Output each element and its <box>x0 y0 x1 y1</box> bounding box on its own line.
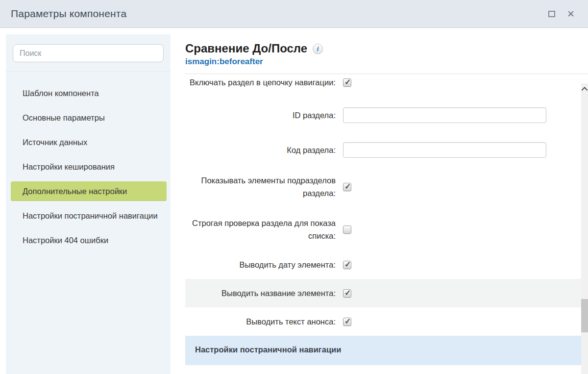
window-controls: ✕ <box>547 9 588 18</box>
close-button[interactable]: ✕ <box>566 9 575 18</box>
sidebar-item-component-template[interactable]: Шаблон компонента <box>11 83 167 103</box>
section-id-input[interactable] <box>343 107 546 123</box>
component-title: Сравнение До/После <box>185 42 307 55</box>
field-label: Строгая проверка раздела для показа спис… <box>185 217 336 242</box>
sidebar-item-cache-settings[interactable]: Настройки кеширования <box>11 157 167 176</box>
sidebar-menu: Шаблон компонента Основные параметры Ист… <box>6 72 171 250</box>
field-label: Выводить название элемента: <box>185 287 336 299</box>
show-subsections-checkbox[interactable] <box>343 183 351 191</box>
field-label: Выводить текст анонса: <box>185 315 336 328</box>
dialog-title: Параметры компонента <box>0 8 126 20</box>
component-header: Сравнение До/После i ismagin:beforeafter <box>185 28 588 74</box>
form-row-show-subsections: Показывать элементы подразделов раздела: <box>185 165 588 208</box>
maximize-button[interactable] <box>547 9 556 18</box>
maximize-icon <box>548 11 555 17</box>
show-name-checkbox[interactable] <box>343 289 351 298</box>
form-row-include-chain: Включать раздел в цепочку навигации: <box>185 74 588 96</box>
field-label: Выводить дату элемента: <box>185 258 336 271</box>
sidebar-item-main-params[interactable]: Основные параметры <box>11 108 167 127</box>
strict-check-checkbox[interactable] <box>343 225 351 234</box>
show-preview-text-checkbox[interactable] <box>343 318 351 326</box>
close-icon: ✕ <box>567 9 575 19</box>
sidebar-search <box>6 34 171 72</box>
form-row-show-name: Выводить название элемента: <box>185 279 588 307</box>
sidebar-item-data-source[interactable]: Источник данных <box>11 132 167 152</box>
settings-form: Включать раздел в цепочку навигации: ID … <box>185 74 588 365</box>
search-input[interactable] <box>13 44 164 62</box>
sidebar-item-404-settings[interactable]: Настройки 404 ошибки <box>11 230 167 250</box>
form-row-strict-check: Строгая проверка раздела для показа спис… <box>185 208 588 250</box>
dialog-titlebar: Параметры компонента ✕ <box>0 0 588 28</box>
form-row-show-preview-text: Выводить текст анонса: <box>185 307 588 336</box>
component-code: ismagin:beforeafter <box>185 57 588 67</box>
field-label: ID раздела: <box>185 109 336 122</box>
vertical-scrollbar[interactable] <box>581 83 588 374</box>
field-label: Включать раздел в цепочку навигации: <box>185 76 336 89</box>
form-row-section-id: ID раздела: <box>185 96 588 135</box>
form-row-section-code: Код раздела: <box>185 135 588 165</box>
form-row-show-date: Выводить дату элемента: <box>185 250 588 279</box>
section-code-input[interactable] <box>343 142 546 158</box>
sidebar-item-additional-settings[interactable]: Дополнительные настройки <box>11 181 167 201</box>
show-date-checkbox[interactable] <box>343 261 351 269</box>
settings-sidebar: Шаблон компонента Основные параметры Ист… <box>6 34 171 374</box>
field-label: Код раздела: <box>185 144 336 156</box>
sidebar-item-pagination-settings[interactable]: Настройки постраничной навигации <box>11 206 167 225</box>
scroll-up-icon[interactable] <box>583 88 587 92</box>
component-settings-panel: Сравнение До/После i ismagin:beforeafter… <box>185 28 588 374</box>
scrollbar-thumb[interactable] <box>581 299 588 332</box>
include-chain-checkbox[interactable] <box>343 78 351 87</box>
pagination-section-header: Настройки постраничной навигации <box>185 336 588 365</box>
field-label: Показывать элементы подразделов раздела: <box>185 174 336 199</box>
info-icon[interactable]: i <box>313 44 323 54</box>
